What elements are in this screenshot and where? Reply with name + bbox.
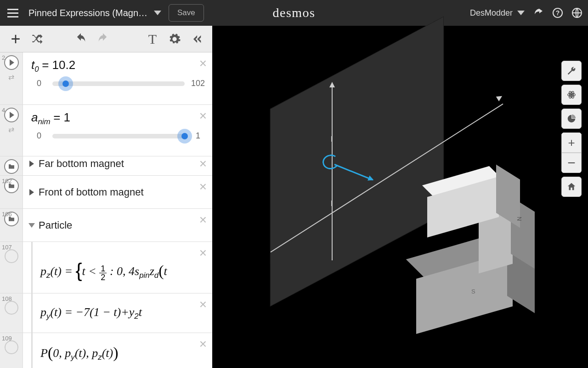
title-caret-icon[interactable] [154,11,161,15]
zoom-in-button[interactable]: + [561,132,582,153]
step-mode-icon[interactable]: ⇄ [8,125,14,134]
orbit-view-icon[interactable] [561,85,582,105]
folder-label: Far bottom magnet [39,158,124,170]
delete-button[interactable]: × [199,213,207,227]
row-index: 102 [2,178,12,184]
slider[interactable]: 0 1 [31,131,206,141]
visibility-toggle[interactable] [5,249,18,263]
svg-point-3 [570,93,573,96]
graph-title[interactable]: Pinned Expressions (Magn… [28,8,147,18]
expression-panel: + T 2 ⇄ × t0 = 10.2 0 [0,26,212,368]
chevron-right-icon[interactable] [29,189,34,196]
slider[interactable]: 0 102 [31,79,206,88]
visibility-toggle[interactable] [5,301,18,315]
south-label: S [471,288,475,295]
undo-button[interactable] [70,28,92,50]
slider-track[interactable] [52,81,185,86]
globe-icon[interactable] [571,7,582,18]
step-mode-icon[interactable]: ⇄ [8,73,14,81]
row-index: 4 [2,107,5,114]
desmodder-menu[interactable]: DesModder [470,8,525,18]
add-expression-button[interactable]: + [5,28,27,50]
expression-math[interactable]: pz(t) = {t < 12 : 0, 4spinzd(t [40,269,167,276]
share-icon[interactable] [533,7,544,18]
delete-button[interactable]: × [199,337,207,351]
help-icon[interactable]: ? [552,7,563,18]
row-index: 107 [2,244,12,251]
folder-label: Particle [39,219,72,231]
delete-button[interactable]: × [199,297,207,312]
folder-row[interactable]: × Far bottom magnet [0,156,212,176]
expression-row[interactable]: 109 × P(0, py(t), pz(t)) [0,333,212,368]
graph-viewport[interactable]: N S + − [212,26,588,368]
expression-toolbar: + T [0,26,212,52]
zoom-out-button[interactable]: − [561,153,582,173]
delete-button[interactable]: × [199,179,207,194]
slider-track[interactable] [52,134,185,138]
expression-math[interactable]: py(t) = −7(1 − t)+y2t [40,310,142,317]
menu-icon[interactable] [0,0,26,26]
row-index: 108 [2,295,12,302]
desmos-logo: desmos [273,0,316,26]
delete-button[interactable]: × [199,156,207,171]
expression-row[interactable]: 2 ⇄ × t0 = 10.2 0 102 [0,52,212,105]
shuffle-icon[interactable] [27,28,49,50]
delete-button[interactable]: × [199,109,207,123]
expression-math[interactable]: P(0, py(t), pz(t)) [40,351,119,358]
chevron-down-icon [517,11,525,15]
folder-icon[interactable] [4,159,19,174]
app-header: Pinned Expressions (Magn… Save desmos De… [0,0,588,26]
axis-line [332,86,333,260]
expression-row[interactable]: 107 × pz(t) = {t < 12 : 0, 4spinzd(t [0,242,212,293]
folder-row[interactable]: 102 × Front of bottom magnet [0,176,212,209]
delete-button[interactable]: × [199,246,207,260]
svg-text:?: ? [556,9,560,17]
row-index: 106 [2,211,12,218]
north-label: N [516,217,523,221]
folder-row[interactable]: 106 × Particle [0,209,212,242]
settings-icon[interactable] [164,28,186,50]
play-button[interactable] [4,108,19,122]
delete-button[interactable]: × [199,56,207,71]
wrench-icon[interactable] [561,61,582,81]
collapse-panel-button[interactable] [186,28,208,50]
folder-label: Front of bottom magnet [39,186,144,198]
expression-list: 2 ⇄ × t0 = 10.2 0 102 4 [0,52,212,368]
expression-row[interactable]: 108 × py(t) = −7(1 − t)+y2t [0,293,212,333]
play-button[interactable] [4,55,19,70]
visibility-toggle[interactable] [5,340,18,354]
row-index: 109 [2,335,12,342]
redo-button[interactable] [92,28,114,50]
row-index: 2 [2,54,5,61]
save-button[interactable]: Save [169,4,204,22]
pie-chart-icon[interactable] [561,109,582,129]
home-button[interactable] [561,177,582,197]
expression-row[interactable]: 4 ⇄ × anim = 1 0 1 [0,105,212,156]
chevron-down-icon[interactable] [28,223,35,228]
chevron-right-icon[interactable] [29,161,34,167]
text-mode-button[interactable]: T [141,28,164,50]
